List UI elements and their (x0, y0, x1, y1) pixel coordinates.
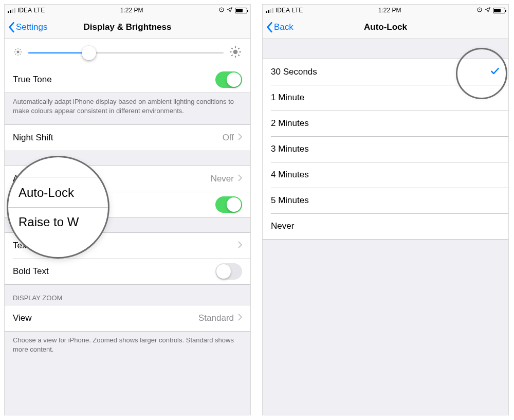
auto-lock-value: Never (211, 174, 234, 184)
option-label: 2 Minutes (271, 118, 309, 129)
network-label: LTE (34, 7, 45, 14)
magnifier-row-raise: Raise to W (8, 207, 108, 236)
brightness-slider[interactable] (28, 52, 224, 53)
brightness-high-icon (229, 45, 242, 61)
svg-line-15 (231, 48, 232, 49)
auto-lock-option[interactable]: 4 Minutes (263, 162, 508, 188)
magnifier-row-autolock: Auto-Lock (8, 178, 108, 207)
status-time: 1:22 PM (120, 7, 143, 14)
view-value: Standard (198, 313, 234, 323)
svg-point-1 (17, 51, 20, 53)
svg-point-10 (233, 50, 238, 54)
svg-line-16 (238, 54, 239, 56)
display-zoom-header: Display Zoom (5, 285, 250, 305)
location-icon (227, 7, 233, 14)
nav-bar: Settings Display & Brightness (5, 16, 250, 39)
bold-text-label: Bold Text (13, 266, 49, 277)
carrier-label: IDEA (276, 7, 290, 14)
night-shift-label: Night Shift (13, 133, 53, 143)
true-tone-row: True Tone (5, 67, 250, 93)
status-bar: IDEA LTE 1:22 PM (263, 5, 508, 16)
back-button[interactable]: Back (263, 22, 293, 33)
svg-line-6 (15, 49, 16, 50)
option-label: 30 Seconds (271, 67, 317, 77)
option-label: 1 Minute (271, 93, 304, 103)
phone-left: IDEA LTE 1:22 PM Settings Display & Brig… (4, 4, 251, 415)
phone-right: IDEA LTE 1:22 PM Back Auto-Lock 30 Secon… (262, 4, 509, 415)
auto-lock-option[interactable]: 1 Minute (263, 85, 508, 111)
chevron-right-icon (238, 133, 242, 143)
view-label: View (13, 313, 32, 323)
brightness-low-icon (13, 47, 23, 59)
auto-lock-options: 30 Seconds1 Minute2 Minutes3 Minutes4 Mi… (263, 59, 508, 240)
svg-line-9 (20, 49, 21, 50)
view-row[interactable]: View Standard (5, 305, 250, 331)
svg-line-7 (20, 54, 21, 55)
true-tone-footer: Automatically adapt iPhone display based… (5, 93, 250, 121)
raise-to-wake-toggle[interactable] (215, 196, 242, 213)
option-label: 3 Minutes (271, 144, 309, 154)
signal-icon (266, 8, 273, 13)
option-label: Never (271, 221, 294, 231)
bold-text-toggle[interactable] (215, 263, 242, 280)
true-tone-label: True Tone (13, 75, 52, 85)
auto-lock-option[interactable]: Never (263, 213, 508, 239)
svg-line-18 (238, 48, 239, 49)
checkmark-icon (490, 66, 500, 79)
back-label: Back (274, 22, 293, 32)
auto-lock-option[interactable]: 3 Minutes (263, 136, 508, 162)
chevron-right-icon (238, 313, 242, 323)
battery-icon (235, 8, 247, 13)
page-title: Auto-Lock (263, 22, 508, 32)
carrier-label: IDEA (17, 7, 32, 14)
night-shift-row[interactable]: Night Shift Off (5, 125, 250, 151)
true-tone-toggle[interactable] (215, 71, 242, 88)
status-time: 1:22 PM (378, 7, 401, 14)
option-label: 4 Minutes (271, 170, 309, 180)
nav-bar: Back Auto-Lock (263, 16, 508, 39)
chevron-right-icon (238, 174, 242, 184)
auto-lock-option[interactable]: 2 Minutes (263, 111, 508, 136)
night-shift-value: Off (223, 133, 234, 143)
option-label: 5 Minutes (271, 195, 309, 206)
svg-line-8 (15, 54, 16, 55)
rotation-lock-icon (218, 7, 225, 14)
back-button[interactable]: Settings (5, 22, 47, 33)
brightness-slider-row (5, 39, 250, 67)
auto-lock-option[interactable]: 5 Minutes (263, 188, 508, 213)
signal-icon (8, 8, 15, 13)
zoom-footer: Choose a view for iPhone. Zoomed shows l… (5, 332, 250, 360)
chevron-right-icon (238, 241, 242, 251)
bold-text-row: Bold Text (5, 259, 250, 284)
rotation-lock-icon (476, 7, 483, 14)
back-label: Settings (16, 22, 47, 32)
svg-line-17 (231, 54, 232, 56)
network-label: LTE (292, 7, 303, 14)
battery-icon (493, 8, 505, 13)
auto-lock-option[interactable]: 30 Seconds (263, 59, 508, 85)
status-bar: IDEA LTE 1:22 PM (5, 5, 250, 16)
location-icon (485, 7, 491, 14)
annotation-magnifier-left: Auto-Lock Raise to W (7, 156, 109, 259)
